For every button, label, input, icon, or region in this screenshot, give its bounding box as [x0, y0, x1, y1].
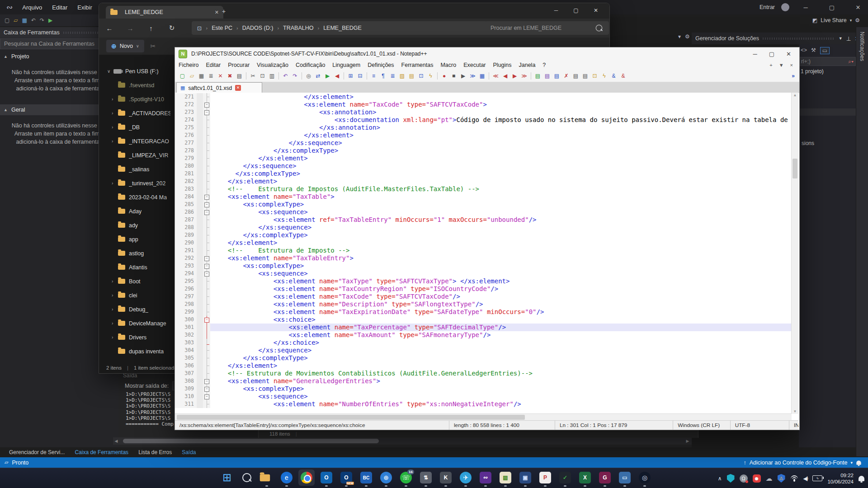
vs-panel-tab-sa-da[interactable]: Saída [177, 448, 200, 456]
wifi-icon[interactable] [790, 475, 798, 482]
cam-app-icon[interactable]: ◎ [637, 469, 653, 486]
new-file-icon[interactable]: ▢ [5, 17, 9, 23]
chevron-down-icon[interactable]: ▾ [850, 460, 853, 465]
green-arrow-icon[interactable]: ✓ [557, 469, 573, 486]
code-line-284[interactable]: 284− <xs:element name="TaxTable"> [175, 193, 798, 201]
tree-item-atlantis[interactable]: Atlantis [99, 260, 181, 274]
eol-format-status[interactable]: Windows (CR LF) [673, 421, 730, 430]
tree-item--db[interactable]: ›_DB [99, 120, 181, 134]
vs-toolbar-overflow[interactable]: ▾⚙ [678, 33, 690, 40]
save-icon[interactable]: ▦ [22, 17, 27, 23]
back-icon[interactable]: ← [99, 24, 120, 32]
code-line-304[interactable]: 304 </xs:sequence> [175, 347, 798, 354]
macro-stop-icon[interactable]: ■ [449, 72, 458, 80]
volume-icon[interactable]: ◀⟩ [803, 475, 808, 482]
tree-item-clei[interactable]: ›clei [99, 288, 181, 302]
npp-menu-?[interactable]: ? [539, 61, 549, 69]
code-line-300[interactable]: 300− <xs:choice> [175, 316, 798, 324]
explorer-minimize-button[interactable]: ─ [546, 4, 566, 17]
npp-close-button[interactable]: ✕ [786, 51, 791, 57]
code-editor[interactable]: 271 </xs:element>272− <xs:element name="… [175, 93, 798, 421]
tree-item-astlog[interactable]: astlog [99, 246, 181, 260]
tab-close-icon[interactable]: ✕ [215, 9, 219, 15]
npp-menu-editar[interactable]: Editar [202, 61, 224, 69]
share-icon[interactable]: ◩ [812, 17, 817, 23]
folder-workspace-icon[interactable]: ⊡ [417, 72, 425, 80]
macro-record-icon[interactable]: ● [440, 72, 448, 80]
code-line-299[interactable]: 299 <xs:element name="TaxExpirationDate"… [175, 308, 798, 316]
code-line-280[interactable]: 280 </xs:sequence> [175, 162, 798, 170]
code-line-271[interactable]: 271 </xs:element> [175, 93, 798, 101]
vs-menu-exibir[interactable]: Exibir [72, 2, 97, 13]
clear-marks-icon[interactable]: ✗ [562, 72, 571, 80]
g-app-icon[interactable]: G [597, 469, 613, 486]
notifications-side-tab[interactable]: Notificações [856, 27, 868, 456]
chrome-icon[interactable] [298, 469, 315, 486]
toolbar-overflow-icon[interactable]: » [792, 73, 795, 79]
notepadpp-title-bar[interactable]: N D:\PROJECTS\SOURCE CODE\Spotnet-SAFT-C… [175, 47, 799, 60]
code-line-305[interactable]: 305 </xs:complexType> [175, 354, 798, 362]
paste-icon[interactable]: ▥ [268, 72, 276, 80]
encoding-status[interactable]: UTF-8 [731, 421, 789, 430]
code-line-303[interactable]: 303 </xs:choice> [175, 339, 798, 347]
edge-icon[interactable]: e [278, 469, 295, 486]
beyond-compare-icon[interactable]: BC [358, 469, 374, 486]
vs-panel-tab-gerenciador-de-servi---[interactable]: Gerenciador de Servi... [5, 448, 69, 456]
code-line-295[interactable]: 295 <xs:element name="TaxType" type="SAF… [175, 277, 798, 285]
code-line-282[interactable]: 282 </xs:element> [175, 178, 798, 185]
redo-icon[interactable]: ↷ [40, 17, 44, 23]
code-line-309[interactable]: 309− <xs:complexType> [175, 385, 798, 393]
code-line-289[interactable]: 289 </xs:complexType> [175, 231, 798, 239]
new-file-icon[interactable]: ▢ [178, 72, 187, 80]
file-explorer-icon[interactable] [259, 469, 275, 486]
function-list-icon[interactable]: ▧ [398, 72, 406, 80]
start-button[interactable]: ⊞ [219, 469, 235, 486]
doc-search-icon[interactable]: ⊡ [590, 72, 599, 80]
document-tab-close-icon[interactable]: ✕ [235, 85, 241, 91]
close-all-icon[interactable]: ✖ [226, 72, 234, 80]
code-line-278[interactable]: 278 </xs:complexType> [175, 147, 798, 155]
code-line-311[interactable]: 311 <xs:element name="NumberOfEntries" t… [175, 400, 798, 408]
excel-icon[interactable]: X [577, 469, 593, 486]
npp-menu-macro[interactable]: Macro [437, 61, 460, 69]
tree-item-2023-02-04-ma[interactable]: 2023-02-04 Ma [99, 190, 181, 204]
output-horizontal-scrollbar[interactable]: ◀▶ [113, 437, 692, 445]
tree-item--turinvest-202[interactable]: ›_turinvest_202 [99, 176, 181, 190]
code-line-288[interactable]: 288 </xs:sequence> [175, 224, 798, 231]
code-line-286[interactable]: 286− <xs:sequence> [175, 208, 798, 216]
session-load-icon[interactable]: ▤ [543, 72, 552, 80]
password-key-icon[interactable]: K [438, 469, 454, 486]
outlook-icon[interactable]: O [318, 469, 335, 486]
telegram-icon[interactable]: ✈ [458, 469, 474, 486]
tree-item-ady[interactable]: ady [99, 218, 181, 232]
doc1-icon[interactable]: ▤ [571, 72, 580, 80]
code-line-292[interactable]: 292− <xs:element name="TaxTableEntry"> [175, 254, 798, 262]
recorder-icon[interactable]: ◉ [753, 474, 761, 483]
code-line-310[interactable]: 310− <xs:sequence> [175, 393, 798, 400]
undo-icon[interactable]: ↶ [281, 72, 290, 80]
editor-horizontal-scrollbar[interactable] [175, 413, 792, 421]
code-line-297[interactable]: 297 <xs:element name="TaxCode" type="SAF… [175, 293, 798, 300]
code-line-302[interactable]: 302 <xs:element name="TaxAmount" type="S… [175, 331, 798, 339]
explorer-close-button[interactable]: ✕ [586, 4, 606, 17]
npp-menu-visualizao[interactable]: Visualização [253, 61, 292, 69]
tree-item--spotlight-v10[interactable]: ›.Spotlight-V10 [99, 92, 181, 106]
code-line-287[interactable]: 287 <xs:element ref="TaxTableEntry" minO… [175, 216, 798, 224]
npp-menu-janela[interactable]: Janela [515, 61, 539, 69]
save-icon[interactable]: ▦ [197, 72, 206, 80]
breadcrumb-leme-bedge[interactable]: LEME_BEDGE [323, 25, 362, 31]
npp-menu-plugins[interactable]: Plugins [490, 61, 515, 69]
tree-item-boot[interactable]: ›Boot [99, 274, 181, 288]
view-clone-icon[interactable]: ⊟ [356, 72, 364, 80]
npp-menu-definies[interactable]: Definições [364, 61, 397, 69]
battery-icon[interactable]: ϟ [812, 475, 822, 481]
vs-minimize-button[interactable]: ─ [796, 4, 816, 11]
vs-close-button[interactable]: ✕ [848, 4, 868, 11]
print-icon[interactable]: ▤ [235, 72, 244, 80]
code-line-298[interactable]: 298 <xs:element name="Description" type=… [175, 300, 798, 308]
audio-device-icon[interactable]: Ω [740, 474, 748, 483]
chevron-down-icon[interactable]: ▼ [839, 36, 843, 41]
code-view-icon[interactable]: <> [801, 47, 807, 54]
tree-item--salinas[interactable]: _salinas [99, 162, 181, 176]
tree-item-app[interactable]: app [99, 232, 181, 246]
